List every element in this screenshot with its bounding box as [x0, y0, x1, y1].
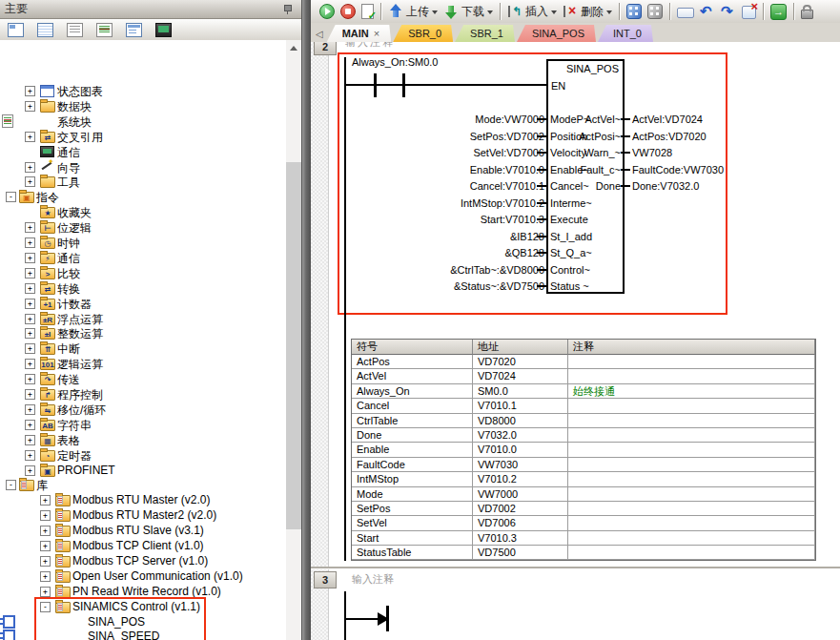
network-comment[interactable]: 输入注释 [352, 572, 394, 587]
tree-item--[interactable]: +◔定时器 [0, 447, 286, 463]
block-input-operand[interactable]: Start:V7010.3 [481, 214, 544, 225]
tree-item--[interactable]: ★收藏夹 [0, 204, 286, 219]
block-input-operand[interactable]: &Status~:&VD7500 [454, 280, 544, 292]
tree-item--[interactable]: -库 [0, 477, 286, 492]
tree-expander-icon[interactable]: + [25, 374, 35, 384]
dropdown-arrow-icon[interactable] [551, 10, 557, 17]
contact-operand[interactable]: Always_On:SM0.0 [352, 56, 438, 68]
download-button[interactable]: 下载 [440, 3, 496, 21]
tree-scrollbar[interactable] [286, 40, 301, 640]
tree-item--[interactable]: +状态图表 [0, 83, 286, 98]
tree-expander-icon[interactable]: + [25, 404, 35, 415]
tree-expander-icon[interactable]: + [25, 283, 35, 294]
pou-view-alt-button[interactable] [645, 3, 666, 20]
clear-page-button[interactable] [739, 3, 759, 20]
tree-item--[interactable]: 通信 [0, 144, 286, 159]
tree-expander-icon[interactable]: - [6, 192, 16, 202]
tree-expander-icon[interactable]: + [25, 222, 35, 233]
tree-item--[interactable]: +101逻辑运算 [0, 356, 286, 371]
block-input-operand[interactable]: SetVel:VD7006 [473, 147, 544, 158]
tab-sbr_1[interactable]: SBR_1 [455, 25, 515, 42]
tree-item--[interactable]: +向导 [0, 159, 286, 175]
block-output-operand[interactable]: Done:V7032.0 [632, 180, 699, 192]
tree-expander-icon[interactable]: + [25, 450, 35, 461]
block-input-operand[interactable]: IntMStop:V7010.2 [461, 197, 544, 209]
block-output-operand[interactable]: VW7028 [632, 147, 672, 158]
tree-expander-icon[interactable]: + [25, 435, 35, 445]
tree-expander-icon[interactable]: + [40, 510, 51, 521]
tree-item-modbus-tcp-client-v1-0-[interactable]: +Modbus TCP Client (v1.0) [0, 538, 286, 553]
tree-item--[interactable]: ++1计数器 [0, 296, 286, 311]
tree-item-open-user-communication-v1-0-[interactable]: +Open User Communication (v1.0) [0, 568, 286, 584]
tab-main[interactable]: MAIN× [327, 25, 392, 42]
tab-scroll-left-icon[interactable]: ◁ [316, 29, 323, 39]
tree-item-modbus-rtu-master-v2-0-[interactable]: +Modbus RTU Master (v2.0) [0, 492, 286, 507]
tree-expander-icon[interactable]: + [25, 132, 35, 142]
dropdown-arrow-icon[interactable] [487, 10, 493, 17]
go-next-button[interactable] [768, 3, 789, 21]
tree-expander-icon[interactable]: + [25, 389, 35, 400]
tree-item--[interactable]: +↷传送 [0, 371, 286, 386]
tree-expander-icon[interactable]: + [25, 328, 35, 339]
tree-item--[interactable]: +◷时钟 [0, 235, 286, 250]
edit-cursor-bar[interactable] [386, 606, 389, 631]
tree-expander-icon[interactable]: + [25, 359, 35, 369]
dropdown-arrow-icon[interactable] [606, 10, 612, 17]
block-output-operand[interactable]: ActPos:VD7020 [632, 131, 707, 142]
tree-item--[interactable]: +⇄转换 [0, 280, 286, 296]
block-output-operand[interactable]: ActVel:VD7024 [632, 114, 703, 125]
tree-item--[interactable]: +±I整数运算 [0, 325, 286, 341]
run-button[interactable] [317, 3, 338, 20]
ladder-editor[interactable]: 2输入注释Always_On:SM0.0SINA_POSENMode:VW700… [311, 42, 840, 640]
tab-close-icon[interactable]: × [374, 25, 379, 42]
tree-item--[interactable]: +⊢位逻辑 [0, 219, 286, 235]
tree-item--[interactable]: +▦表格 [0, 432, 286, 447]
pou-view-button[interactable] [624, 3, 645, 20]
tree-item-modbus-rtu-master2-v2-0-[interactable]: +Modbus RTU Master2 (v2.0) [0, 507, 286, 523]
scroll-up-icon[interactable] [286, 40, 301, 55]
tree-expander-icon[interactable]: + [40, 541, 51, 551]
tab-int_0[interactable]: INT_0 [598, 25, 653, 42]
redo-button[interactable] [718, 3, 739, 20]
tree-expander-icon[interactable]: + [25, 101, 35, 112]
tab-sbr_0[interactable]: SBR_0 [393, 25, 453, 42]
stop-button[interactable] [338, 3, 359, 20]
tree-item--[interactable]: +>比较 [0, 265, 286, 280]
delete-button[interactable]: 删除 [560, 3, 615, 21]
panel-toolbar-button[interactable] [65, 21, 84, 38]
tree-item--[interactable]: +⇄交叉引用 [0, 129, 286, 144]
tree-expander-icon[interactable]: + [40, 571, 51, 582]
scrollbar-thumb[interactable] [286, 162, 301, 529]
undo-button[interactable] [697, 3, 718, 20]
tree-expander-icon[interactable]: + [25, 237, 35, 248]
dropdown-arrow-icon[interactable] [432, 10, 438, 17]
tree-expander-icon[interactable]: + [25, 176, 35, 187]
block-input-operand[interactable]: Enable:V7010.0 [470, 164, 544, 175]
tree-item--[interactable]: -▣指令 [0, 189, 286, 204]
tree-expander-icon[interactable]: + [40, 526, 51, 536]
tree-item--[interactable]: 系统块 [0, 114, 286, 129]
tree-expander-icon[interactable]: + [40, 556, 51, 567]
tree-expander-icon[interactable]: + [25, 465, 35, 476]
panel-toolbar-button[interactable] [154, 21, 173, 38]
tree-item--[interactable]: +⇋移位/循环 [0, 402, 286, 417]
upload-button[interactable]: 上传 [385, 3, 440, 21]
block-input-operand[interactable]: SetPos:VD7002 [470, 131, 544, 142]
pin-icon[interactable] [282, 4, 292, 14]
function-block[interactable]: SINA_POSEN [546, 59, 625, 294]
network-comment[interactable]: 输入注释 [345, 42, 395, 50]
compile-button[interactable] [359, 3, 377, 20]
insert-button[interactable]: 插入 [504, 3, 560, 21]
tree-expander-icon[interactable]: + [25, 253, 35, 263]
tree-item--[interactable]: +↱程序控制 [0, 386, 286, 402]
tree-item--[interactable]: +⚡通信 [0, 250, 286, 265]
tree-expander-icon[interactable]: + [25, 299, 35, 309]
tree-expander-icon[interactable]: + [25, 343, 35, 354]
tree-item--[interactable]: +数据块 [0, 98, 286, 114]
tree-item--[interactable]: +AB字符串 [0, 417, 286, 432]
tree-expander-icon[interactable]: + [25, 268, 35, 279]
address-box-button[interactable] [674, 4, 697, 19]
tree-item-modbus-tcp-server-v1-0-[interactable]: +Modbus TCP Server (v1.0) [0, 553, 286, 568]
tree-item-modbus-rtu-slave-v3-1-[interactable]: +Modbus RTU Slave (v3.1) [0, 523, 286, 538]
tree-expander-icon[interactable]: + [25, 420, 35, 430]
